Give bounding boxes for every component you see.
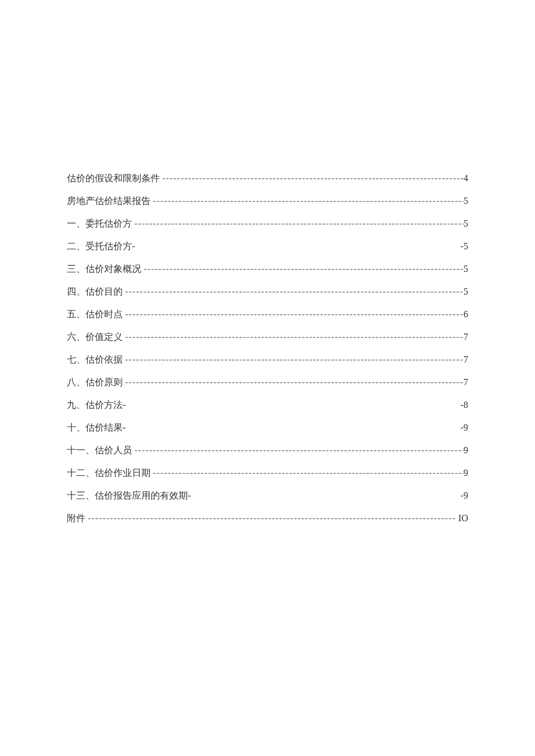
toc-entry-title: 附件 [67, 511, 85, 525]
toc-leader [123, 307, 463, 321]
toc-entry-title: 房地产估价结果报告 [67, 194, 151, 208]
toc-entry: 四、估价目的5 [67, 285, 468, 299]
toc-entry-title: 估价的假设和限制条件 [67, 171, 160, 185]
toc-entry-page: 4 [463, 171, 468, 185]
toc-entry-page: -8 [461, 398, 468, 412]
toc-entry-page: 9 [463, 466, 468, 480]
toc-entry: 房地产估价结果报告5 [67, 194, 468, 208]
toc-entry: 十三、估价报告应用的有效期--9 [67, 489, 468, 503]
toc-entry-page: 7 [463, 330, 468, 344]
toc-entry: 十一、估价人员9 [67, 443, 468, 457]
toc-entry-page: 5 [463, 217, 468, 231]
toc-entry-title: 七、估价依据 [67, 353, 123, 367]
toc-entry-title: 十、估价结果- [67, 421, 126, 435]
toc-entry-title: 八、估价原则 [67, 375, 123, 389]
toc-leader [132, 443, 463, 457]
toc-entry: 附件IO [67, 511, 468, 525]
toc-entry-title: 六、价值定义 [67, 330, 123, 344]
toc-leader [123, 375, 463, 389]
toc-entry-page: -9 [461, 421, 468, 435]
toc-leader [123, 353, 463, 367]
toc-entry-title: 二、受托估价方- [67, 239, 135, 253]
toc-entry: 六、价值定义7 [67, 330, 468, 344]
toc-entry: 八、估价原则7 [67, 375, 468, 389]
toc-entry-title: 一、委托估价方 [67, 217, 132, 231]
toc-entry-title: 九、估价方法- [67, 398, 126, 412]
toc-entry: 七、估价依据7 [67, 353, 468, 367]
toc-entry-page: -9 [461, 489, 468, 503]
toc-entry-page: 6 [463, 307, 468, 321]
toc-entry-title: 十三、估价报告应用的有效期- [67, 489, 191, 503]
toc-entry-page: IO [458, 511, 468, 525]
toc-entry-page: 9 [463, 443, 468, 457]
toc-leader [160, 171, 463, 185]
toc-entry-page: 5 [463, 262, 468, 276]
table-of-contents: 估价的假设和限制条件4房地产估价结果报告5一、委托估价方5二、受托估价方--5三… [67, 171, 468, 525]
toc-entry-title: 十二、估价作业日期 [67, 466, 151, 480]
toc-entry-page: 5 [463, 194, 468, 208]
toc-leader [132, 217, 463, 231]
toc-entry: 十、估价结果--9 [67, 421, 468, 435]
toc-entry: 一、委托估价方5 [67, 217, 468, 231]
toc-entry-title: 五、估价时点 [67, 307, 123, 321]
toc-leader [151, 466, 463, 480]
toc-entry-title: 四、估价目的 [67, 285, 123, 299]
toc-entry: 二、受托估价方--5 [67, 239, 468, 253]
toc-leader [141, 262, 463, 276]
toc-entry-page: 5 [463, 285, 468, 299]
toc-entry: 三、估价对象概况5 [67, 262, 468, 276]
toc-leader [123, 330, 463, 344]
toc-entry-page: -5 [461, 239, 468, 253]
toc-entry-title: 三、估价对象概况 [67, 262, 141, 276]
toc-leader [151, 194, 463, 208]
toc-entry: 估价的假设和限制条件4 [67, 171, 468, 185]
toc-entry-page: 7 [463, 353, 468, 367]
toc-entry: 九、估价方法--8 [67, 398, 468, 412]
toc-leader [123, 285, 463, 299]
toc-entry-title: 十一、估价人员 [67, 443, 132, 457]
toc-entry: 十二、估价作业日期9 [67, 466, 468, 480]
toc-entry: 五、估价时点6 [67, 307, 468, 321]
toc-leader [85, 511, 458, 525]
toc-entry-page: 7 [463, 375, 468, 389]
